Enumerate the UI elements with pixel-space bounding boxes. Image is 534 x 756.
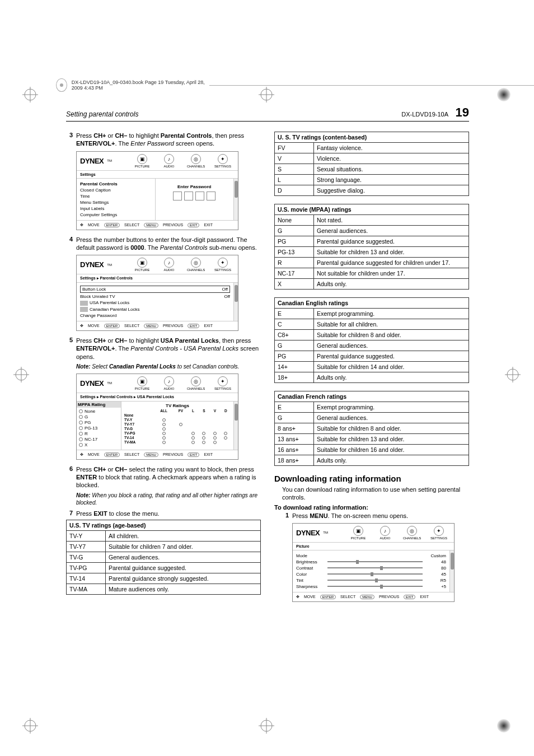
rating-desc: Parental guidance suggested for children… [314, 258, 469, 268]
us-age-ratings-table: U.S. TV ratings (age-based) TV-YAll chil… [66, 520, 261, 595]
download-heading: Downloading rating information [274, 474, 469, 483]
rating-code: None [275, 215, 314, 226]
mppa-option: PG-13 [79, 426, 119, 431]
table-row: XAdults only. [275, 279, 469, 290]
rating-code: S [275, 164, 314, 175]
canadian-english-ratings-table: Canadian English ratings EExempt program… [274, 297, 469, 383]
register-mark-icon [505, 367, 521, 382]
binder-ring-icon [56, 78, 67, 92]
osd-parental-controls: DYNEXTM ▣PICTURE ♪AUDIO ◎CHANNELS ✦SETTI… [76, 255, 238, 331]
mppa-title: MPPA Rating [77, 402, 121, 408]
osd-scrollbar [233, 179, 238, 220]
step-body: Press MENU. The on-screen menu opens. [292, 512, 469, 520]
rating-desc: Parental guidance suggested. [314, 351, 469, 362]
step-body: Press CH+ or CH– select the rating you w… [76, 465, 261, 489]
osd-footer: ✥MOVE ENTERSELECT MENUPREVIOUS EXITEXIT [77, 321, 238, 330]
picture-row: Brightness48 [296, 559, 446, 565]
rating-code: V [275, 153, 314, 164]
osd-usa-parental-locks: DYNEXTM ▣PICTURE ♪AUDIO ◎CHANNELS ✦SETTI… [76, 374, 238, 460]
nav-arrows-icon: ✥ [80, 324, 83, 328]
us-content-ratings-table: U. S. TV ratings (content-based) FVFanta… [274, 132, 469, 196]
step-number: 7 [66, 510, 73, 517]
step-6: 6 Press CH+ or CH– select the rating you… [66, 465, 261, 489]
rating-desc: Suitable for all children. [314, 319, 469, 330]
osd-row: Canadian Parental Locks [80, 306, 230, 312]
table-row: 18 ans+Adults only. [275, 455, 469, 466]
rating-code: TV-G [67, 552, 106, 563]
rating-code: PG [275, 351, 314, 362]
rating-code: PG-13 [275, 247, 314, 258]
table-header: Canadian French ratings [275, 391, 469, 402]
osd-row: Button LockOff [80, 286, 230, 293]
rating-desc: Suitable for children 13 and older. [314, 247, 469, 258]
rating-desc: Mature audiences only. [106, 584, 261, 595]
rating-code: 13 ans+ [275, 434, 314, 445]
rating-code: R [275, 258, 314, 268]
step-body: Press CH+ or CH– to highlight Parental C… [76, 132, 261, 148]
picture-icon: ▣ [137, 258, 147, 268]
rating-desc: Not rated. [314, 215, 469, 226]
canadian-french-ratings-table: Canadian French ratings EExempt programm… [274, 391, 469, 466]
mppa-option: PG [79, 420, 119, 426]
picture-icon: ▣ [137, 376, 147, 386]
table-row: PG-13Suitable for children 13 and older. [275, 247, 469, 258]
register-mark-icon [22, 718, 38, 734]
rating-code: E [275, 402, 314, 413]
step-body: Press the number buttons to enter the fo… [76, 236, 261, 252]
mppa-option: None [79, 409, 119, 414]
rating-desc: Adults only. [314, 279, 469, 290]
table-row: GGeneral audiences. [275, 226, 469, 236]
table-row: FVFantasy violence. [275, 143, 469, 153]
register-mark-icon [13, 367, 29, 382]
download-step-1: 1 Press MENU. The on-screen menu opens. [282, 512, 469, 520]
mppa-option: G [79, 414, 119, 420]
table-row: 16 ans+Suitable for children 16 and olde… [275, 445, 469, 455]
table-row: VViolence. [275, 153, 469, 164]
osd-footer: ✥MOVE ENTERSELECT MENUPREVIOUS EXITEXIT [293, 592, 454, 601]
osd-footer: ✥MOVE ENTERSELECT MENUPREVIOUS EXITEXIT [77, 450, 238, 459]
table-row: NoneNot rated. [275, 215, 469, 226]
rating-code: TV-14 [67, 573, 106, 584]
rating-desc: General audiences. [314, 340, 469, 351]
channels-icon: ◎ [191, 258, 201, 268]
rating-desc: Not suitable for children under 17. [314, 268, 469, 279]
header-right: DX-LDVD19-10A 19 [401, 105, 469, 120]
register-mark-icon [22, 87, 38, 102]
note-5: Note: Select Canadian Parental Locks to … [76, 363, 261, 370]
table-row: TV-YAll children. [67, 531, 261, 542]
table-header: U. S. TV ratings (content-based) [275, 132, 469, 143]
settings-icon: ✦ [434, 526, 444, 536]
picture-row: Color45 [296, 571, 446, 577]
download-subheading: To download rating information: [274, 504, 469, 511]
register-mark-icon [259, 718, 274, 734]
table-row: GGeneral audiences. [275, 340, 469, 351]
osd-item: Input Labels [80, 206, 152, 212]
osd-item: Time [80, 193, 152, 199]
osd-row: USA Parental Locks [80, 300, 230, 306]
download-para: You can download rating information to u… [282, 486, 469, 502]
rating-code: L [275, 175, 314, 185]
rating-code: NC-17 [275, 268, 314, 279]
rating-code: E [275, 309, 314, 319]
step-body: Press CH+ or CH– to highlight USA Parent… [76, 337, 261, 361]
rating-code: C8+ [275, 330, 314, 340]
rating-code: G [275, 413, 314, 423]
rating-desc: Fantasy violence. [314, 143, 469, 153]
table-row: EExempt programming. [275, 309, 469, 319]
channels-icon: ◎ [191, 376, 201, 386]
rating-desc: All children. [106, 531, 261, 542]
table-header: Canadian English ratings [275, 298, 469, 309]
step-number: 5 [66, 337, 73, 361]
step-number: 1 [282, 512, 289, 520]
header-line [209, 85, 534, 86]
step-3: 3 Press CH+ or CH– to highlight Parental… [66, 132, 261, 148]
table-row: LStrong language. [275, 175, 469, 185]
rating-desc: Suitable for children 8 and older. [314, 423, 469, 434]
table-row: SSexual situations. [275, 164, 469, 175]
channels-icon: ◎ [191, 154, 201, 164]
dynex-logo: DYNEX [80, 157, 104, 165]
table-row: 18+Adults only. [275, 372, 469, 383]
step-4: 4 Press the number buttons to enter the … [66, 236, 261, 252]
channels-icon: ◎ [407, 526, 417, 536]
picture-icon: ▣ [353, 526, 363, 536]
